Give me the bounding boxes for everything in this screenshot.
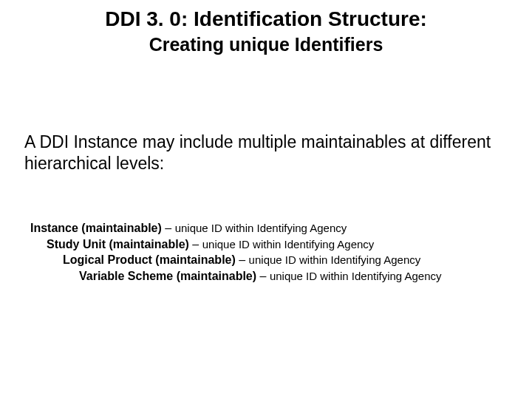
slide-subtitle: Creating unique Identifiers: [0, 34, 532, 55]
slide-title: DDI 3. 0: Identification Structure:: [0, 7, 532, 31]
hierarchy-dash: –: [162, 222, 175, 234]
hierarchy-label: Study Unit (maintainable): [47, 238, 189, 250]
hierarchy-label: Variable Scheme (maintainable): [79, 270, 256, 282]
hierarchy-item: Variable Scheme (maintainable) – unique …: [79, 268, 503, 284]
intro-text: A DDI Instance may include multiple main…: [24, 132, 497, 174]
hierarchy-label: Logical Product (maintainable): [63, 253, 236, 266]
hierarchy-desc: unique ID within Identifying Agency: [249, 253, 421, 266]
hierarchy-desc: unique ID within Identifying Agency: [175, 222, 347, 234]
hierarchy-desc: unique ID within Identifying Agency: [202, 238, 375, 250]
hierarchy-item: Study Unit (maintainable) – unique ID wi…: [47, 236, 503, 253]
hierarchy-desc: unique ID within Identifying Agency: [270, 270, 442, 282]
hierarchy-dash: –: [189, 238, 202, 250]
hierarchy-dash: –: [256, 270, 270, 282]
hierarchy-label: Instance (maintainable): [30, 222, 162, 234]
hierarchy-item: Instance (maintainable) – unique ID with…: [30, 220, 503, 236]
hierarchy-list: Instance (maintainable) – unique ID with…: [30, 220, 503, 284]
hierarchy-dash: –: [236, 253, 249, 266]
slide: DDI 3. 0: Identification Structure: Crea…: [0, 0, 532, 399]
hierarchy-item: Logical Product (maintainable) – unique …: [63, 252, 503, 268]
